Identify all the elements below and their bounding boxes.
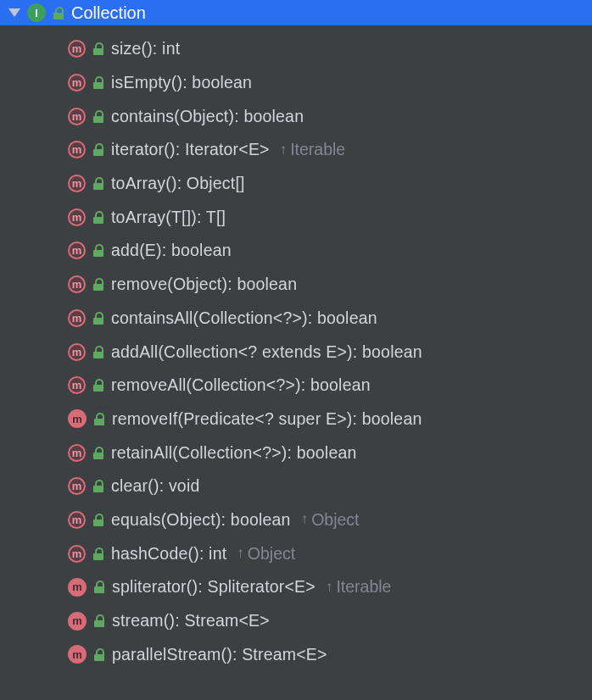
method-abstract-icon: m — [68, 74, 86, 92]
method-row[interactable]: mremoveAll(Collection<?>): boolean — [0, 369, 592, 403]
method-row[interactable]: msize(): int — [0, 32, 592, 66]
method-abstract-icon: m — [68, 275, 86, 293]
method-signature: size(): int — [111, 39, 180, 58]
public-lock-icon — [53, 7, 64, 19]
public-lock-icon — [93, 614, 105, 627]
inherited-from: ↑Object — [301, 510, 360, 530]
expand-toggle-icon[interactable] — [8, 8, 20, 17]
override-arrow-icon: ↑ — [237, 545, 244, 562]
method-signature: remove(Object): boolean — [111, 275, 297, 294]
method-signature: iterator(): Iterator<E> — [111, 140, 270, 159]
method-abstract-icon: m — [68, 208, 86, 226]
public-lock-icon — [92, 278, 104, 291]
tree-header[interactable]: I Collection — [0, 0, 592, 25]
method-row[interactable]: mcontainsAll(Collection<?>): boolean — [0, 302, 592, 336]
method-row[interactable]: misEmpty(): boolean — [0, 66, 592, 100]
inherited-from: ↑Iterable — [326, 577, 392, 597]
method-signature: addAll(Collection<? extends E>): boolean — [111, 342, 422, 362]
method-signature: toArray(T[]): T[] — [111, 208, 226, 227]
method-abstract-icon: m — [68, 444, 86, 462]
method-abstract-icon: m — [68, 343, 86, 361]
public-lock-icon — [92, 143, 104, 156]
method-row[interactable]: mremove(Object): boolean — [0, 268, 592, 302]
method-abstract-icon: m — [68, 40, 86, 58]
method-row[interactable]: mtoArray(): Object[] — [0, 167, 592, 201]
method-signature: retainAll(Collection<?>): boolean — [111, 443, 357, 463]
method-signature: isEmpty(): boolean — [111, 73, 252, 92]
method-row[interactable]: miterator(): Iterator<E>↑Iterable — [0, 133, 592, 167]
method-row[interactable]: maddAll(Collection<? extends E>): boolea… — [0, 335, 592, 369]
inherited-class: Iterable — [336, 577, 391, 597]
override-arrow-icon: ↑ — [326, 579, 333, 596]
public-lock-icon — [92, 244, 104, 257]
method-signature: parallelStream(): Stream<E> — [112, 645, 327, 664]
method-row[interactable]: mcontains(Object): boolean — [0, 99, 592, 133]
method-row[interactable]: mstream(): Stream<E> — [0, 604, 592, 638]
public-lock-icon — [92, 447, 104, 459]
public-lock-icon — [92, 514, 104, 526]
interface-icon: I — [27, 3, 46, 22]
method-abstract-icon: m — [68, 309, 86, 327]
method-signature: hashCode(): int — [111, 544, 226, 564]
method-signature: stream(): Stream<E> — [112, 611, 270, 631]
interface-icon-letter: I — [35, 7, 38, 19]
public-lock-icon — [92, 76, 104, 89]
method-default-icon: m — [68, 612, 87, 631]
public-lock-icon — [93, 581, 105, 593]
public-lock-icon — [92, 480, 104, 492]
method-row[interactable]: mequals(Object): boolean↑Object — [0, 503, 592, 537]
method-signature: containsAll(Collection<?>): boolean — [111, 308, 377, 328]
method-list: msize(): intmisEmpty(): booleanmcontains… — [0, 25, 592, 671]
method-row[interactable]: mhashCode(): int↑Object — [0, 536, 592, 570]
inherited-from: ↑Object — [237, 544, 295, 564]
method-default-icon: m — [68, 409, 87, 428]
method-default-icon: m — [68, 645, 87, 664]
inherited-class: Object — [248, 544, 295, 564]
public-lock-icon — [92, 110, 104, 123]
public-lock-icon — [93, 648, 105, 661]
method-abstract-icon: m — [68, 108, 86, 125]
method-row[interactable]: mtoArray(T[]): T[] — [0, 200, 592, 234]
method-row[interactable]: mclear(): void — [0, 469, 592, 503]
public-lock-icon — [92, 211, 104, 224]
method-signature: removeAll(Collection<?>): boolean — [111, 375, 371, 395]
method-row[interactable]: mparallelStream(): Stream<E> — [0, 637, 592, 671]
override-arrow-icon: ↑ — [301, 511, 309, 528]
method-row[interactable]: mremoveIf(Predicate<? super E>): boolean — [0, 403, 592, 436]
inherited-class: Object — [311, 510, 359, 530]
public-lock-icon — [92, 312, 104, 325]
public-lock-icon — [92, 379, 104, 392]
method-signature: clear(): void — [111, 476, 199, 496]
method-signature: spliterator(): Spliterator<E> — [112, 577, 316, 597]
override-arrow-icon: ↑ — [280, 142, 288, 158]
method-abstract-icon: m — [68, 376, 86, 394]
method-default-icon: m — [68, 578, 87, 597]
method-row[interactable]: mspliterator(): Spliterator<E>↑Iterable — [0, 570, 592, 604]
method-abstract-icon: m — [68, 141, 86, 158]
method-signature: removeIf(Predicate<? super E>): boolean — [112, 409, 422, 429]
method-abstract-icon: m — [68, 511, 86, 529]
method-signature: contains(Object): boolean — [111, 107, 304, 126]
method-row[interactable]: mretainAll(Collection<?>): boolean — [0, 436, 592, 469]
public-lock-icon — [92, 547, 104, 560]
structure-tree: I Collection msize(): intmisEmpty(): boo… — [0, 0, 592, 671]
method-signature: toArray(): Object[] — [111, 174, 245, 193]
public-lock-icon — [93, 413, 105, 425]
method-abstract-icon: m — [68, 175, 86, 192]
method-abstract-icon: m — [68, 477, 86, 495]
method-abstract-icon: m — [68, 242, 86, 259]
method-signature: equals(Object): boolean — [111, 510, 291, 530]
public-lock-icon — [92, 177, 104, 190]
public-lock-icon — [92, 346, 104, 358]
public-lock-icon — [92, 42, 104, 55]
method-abstract-icon: m — [68, 545, 86, 563]
method-signature: add(E): boolean — [111, 241, 232, 260]
inherited-class: Iterable — [290, 140, 345, 159]
class-name: Collection — [71, 3, 146, 23]
method-row[interactable]: madd(E): boolean — [0, 234, 592, 268]
inherited-from: ↑Iterable — [280, 140, 346, 159]
